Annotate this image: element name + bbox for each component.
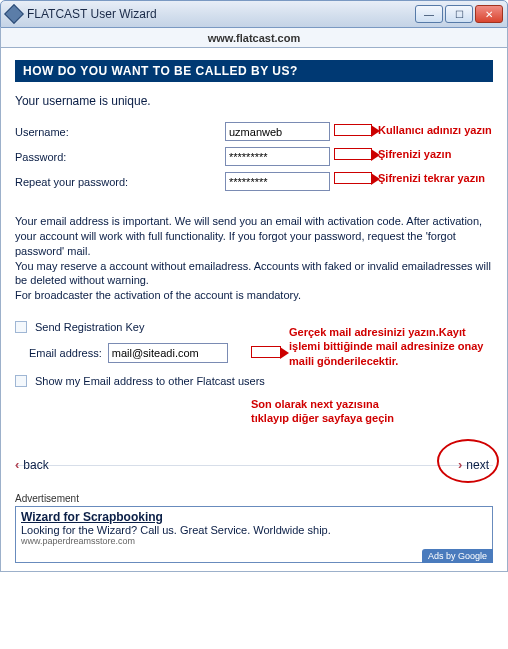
ad-url: www.paperdreamsstore.com xyxy=(21,536,487,546)
url-bar: www.flatcast.com xyxy=(0,28,508,48)
arrow-icon xyxy=(251,346,281,358)
subtitle: Your username is unique. xyxy=(15,94,493,108)
repeat-password-input[interactable] xyxy=(225,172,330,191)
app-icon xyxy=(4,4,24,24)
arrow-icon xyxy=(334,124,372,136)
annotation-password: Şifrenizi yazın xyxy=(334,148,451,160)
ad-box: Wizard for Scrapbooking Looking for the … xyxy=(15,506,493,563)
password-input[interactable] xyxy=(225,147,330,166)
send-reg-key-checkbox[interactable] xyxy=(15,321,27,333)
window-buttons: — ☐ ✕ xyxy=(415,5,503,23)
divider xyxy=(15,465,493,466)
send-reg-key-label: Send Registration Key xyxy=(35,321,144,333)
form-area: Username: Password: Repeat your password… xyxy=(15,122,493,214)
repeat-password-label: Repeat your password: xyxy=(15,176,225,188)
back-button[interactable]: ‹ back xyxy=(15,457,49,472)
username-label: Username: xyxy=(15,126,225,138)
ad-title[interactable]: Wizard for Scrapbooking xyxy=(21,510,487,524)
maximize-button[interactable]: ☐ xyxy=(445,5,473,23)
close-button[interactable]: ✕ xyxy=(475,5,503,23)
arrow-icon xyxy=(334,148,372,160)
page-heading: HOW DO YOU WANT TO BE CALLED BY US? xyxy=(15,60,493,82)
annotation-email: Gerçek mail adresinizi yazın.Kayıt işlem… xyxy=(289,325,499,368)
show-email-row: Show my Email address to other Flatcast … xyxy=(15,375,493,387)
content-area: HOW DO YOU WANT TO BE CALLED BY US? Your… xyxy=(0,48,508,572)
info-paragraph: Your email address is important. We will… xyxy=(15,214,493,303)
show-email-label: Show my Email address to other Flatcast … xyxy=(35,375,265,387)
ad-section-label: Advertisement xyxy=(15,493,493,504)
annotation-repeat: Şifrenizi tekrar yazın xyxy=(334,172,485,184)
ad-text: Looking for the Wizard? Call us. Great S… xyxy=(21,524,487,536)
next-button[interactable]: › next xyxy=(458,457,489,472)
chevron-left-icon: ‹ xyxy=(15,457,19,472)
show-email-checkbox[interactable] xyxy=(15,375,27,387)
titlebar: FLATCAST User Wizard — ☐ ✕ xyxy=(0,0,508,28)
email-label: Email address: xyxy=(29,347,102,359)
annotation-username: Kullanıcı adınızı yazın xyxy=(334,124,492,136)
chevron-right-icon: › xyxy=(458,457,462,472)
minimize-button[interactable]: — xyxy=(415,5,443,23)
arrow-icon xyxy=(334,172,372,184)
email-row: Email address: Gerçek mail adresinizi ya… xyxy=(29,343,493,363)
username-input[interactable] xyxy=(225,122,330,141)
nav-bar: Son olarak next yazısına tıklayıp diğer … xyxy=(15,457,493,487)
ad-badge[interactable]: Ads by Google xyxy=(422,549,493,563)
email-input[interactable] xyxy=(108,343,228,363)
window-title: FLATCAST User Wizard xyxy=(27,7,415,21)
password-label: Password: xyxy=(15,151,225,163)
annotation-next: Son olarak next yazısına tıklayıp diğer … xyxy=(251,397,411,426)
annotation-email-arrow xyxy=(251,346,287,358)
